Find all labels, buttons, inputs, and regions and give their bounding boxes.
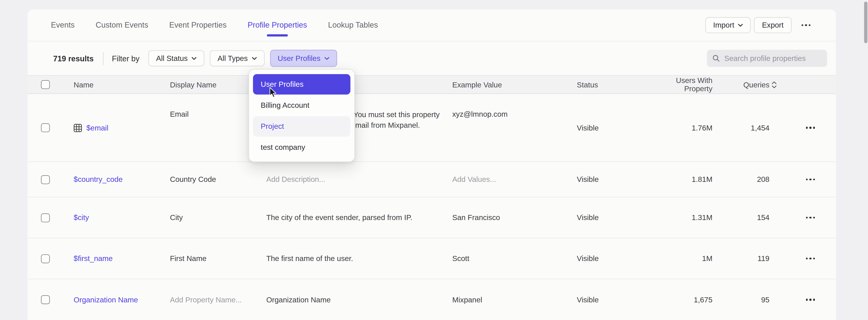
dropdown-item-billing-account[interactable]: Billing Account	[253, 95, 350, 115]
users-with-property-cell: 1.76M	[692, 123, 713, 132]
divider	[103, 52, 104, 65]
tab-custom-events[interactable]: Custom Events	[96, 10, 148, 40]
profile-type-filter-label: User Profiles	[278, 54, 320, 62]
example-value-cell[interactable]: Mixpanel	[452, 295, 577, 304]
search-box[interactable]	[707, 50, 827, 67]
stage: Events Custom Events Event Properties Pr…	[0, 0, 868, 320]
sort-up-down-icon	[772, 81, 777, 88]
export-button[interactable]: Export	[754, 17, 791, 33]
vertical-scrollbar-thumb[interactable]	[864, 2, 868, 43]
tab-event-properties[interactable]: Event Properties	[169, 10, 227, 40]
status-cell[interactable]: Visible	[577, 254, 646, 263]
chevron-down-icon	[192, 57, 196, 60]
dropdown-item-user-profiles[interactable]: User Profiles	[253, 74, 350, 95]
queries-cell: 95	[761, 295, 777, 304]
queries-cell: 154	[757, 213, 777, 222]
search-icon	[713, 54, 720, 62]
select-all-checkbox[interactable]	[41, 80, 50, 89]
mouse-cursor-icon	[269, 87, 277, 99]
row-checkbox[interactable]	[41, 123, 50, 132]
row-actions-button[interactable]	[806, 178, 836, 180]
dropdown-item-test-company[interactable]: test company	[253, 137, 350, 157]
queries-cell: 1,454	[751, 123, 777, 132]
tab-profile-properties[interactable]: Profile Properties	[247, 10, 307, 40]
search-input[interactable]	[724, 54, 822, 62]
status-cell[interactable]: Visible	[577, 123, 646, 132]
ellipsis-icon	[806, 127, 808, 129]
ellipsis-icon	[806, 178, 808, 180]
table-row: $city City The city of the event sender,…	[28, 197, 836, 238]
status-filter-button[interactable]: All Status	[148, 50, 204, 66]
tabs: Events Custom Events Event Properties Pr…	[51, 10, 378, 40]
table-row: $country_code Country Code Add Descripti…	[28, 162, 836, 198]
property-name-link[interactable]: $email	[87, 123, 108, 132]
table-row: Organization Name Add Property Name... O…	[28, 279, 836, 320]
display-name-cell[interactable]: Country Code	[170, 175, 266, 184]
table-row: $first_name First Name The first name of…	[28, 238, 836, 279]
tab-events[interactable]: Events	[51, 10, 75, 40]
row-checkbox[interactable]	[41, 175, 50, 184]
row-checkbox[interactable]	[41, 213, 50, 222]
description-cell[interactable]: The city of the event sender, parsed fro…	[266, 213, 452, 222]
chevron-down-icon	[251, 57, 256, 60]
status-cell[interactable]: Visible	[577, 175, 646, 184]
overflow-menu-button[interactable]	[797, 17, 815, 33]
profile-type-filter-button[interactable]: User Profiles	[270, 50, 337, 67]
example-value-cell[interactable]: Add Values...	[452, 175, 577, 184]
header-status[interactable]: Status	[577, 80, 646, 89]
import-button[interactable]: Import	[705, 17, 751, 33]
description-cell[interactable]: The first name of the user.	[266, 254, 452, 263]
type-filter-label: All Types	[218, 54, 248, 62]
row-actions-button[interactable]	[806, 217, 836, 219]
tab-lookup-tables[interactable]: Lookup Tables	[328, 10, 378, 40]
status-cell[interactable]: Visible	[577, 295, 646, 304]
users-with-property-cell: 1M	[702, 254, 713, 263]
header-name[interactable]: Name	[74, 80, 170, 89]
ellipsis-icon	[806, 217, 808, 219]
header-queries[interactable]: Queries	[743, 80, 777, 89]
users-with-property-cell: 1.31M	[692, 213, 713, 222]
type-filter-button[interactable]: All Types	[210, 50, 265, 66]
example-value-cell[interactable]: xyz@lmnop.com	[452, 94, 577, 118]
header-users-with-property[interactable]: Users With Property	[647, 76, 713, 93]
viewport: Events Custom Events Event Properties Pr…	[0, 0, 868, 320]
top-tab-bar: Events Custom Events Event Properties Pr…	[28, 9, 836, 41]
filter-bar: 719 results Filter by All Status All Typ…	[28, 41, 836, 75]
display-name-cell[interactable]: First Name	[170, 254, 266, 263]
status-filter-label: All Status	[156, 54, 188, 62]
row-checkbox[interactable]	[41, 295, 50, 304]
queries-cell: 208	[757, 175, 777, 184]
lookup-table-grid-icon	[74, 123, 82, 132]
description-cell[interactable]: Add Description...	[266, 175, 452, 184]
table-row: $email Email The user's email address. Y…	[28, 94, 836, 162]
example-value-cell[interactable]: Scott	[452, 254, 577, 263]
row-actions-button[interactable]	[806, 258, 836, 259]
property-name-link[interactable]: $first_name	[74, 254, 113, 263]
ellipsis-icon	[801, 24, 803, 26]
property-name-link[interactable]: $city	[74, 213, 89, 222]
header-queries-label: Queries	[743, 80, 769, 89]
topbar-actions: Import Export	[705, 17, 815, 33]
export-button-label: Export	[762, 21, 784, 29]
table-header-row: Name Display Name Description Example Va…	[28, 75, 836, 94]
row-checkbox[interactable]	[41, 254, 50, 263]
dropdown-item-project[interactable]: Project	[253, 116, 350, 136]
property-name-link[interactable]: $country_code	[74, 175, 123, 184]
profile-type-dropdown-menu: User Profiles Billing Account Project te…	[249, 69, 355, 162]
example-value-cell[interactable]: San Francisco	[452, 213, 577, 222]
users-with-property-cell: 1.81M	[692, 175, 713, 184]
status-cell[interactable]: Visible	[577, 213, 646, 222]
property-name-link[interactable]: Organization Name	[74, 295, 138, 304]
lexicon-panel: Events Custom Events Event Properties Pr…	[28, 9, 836, 320]
display-name-cell[interactable]: Add Property Name...	[170, 295, 266, 304]
ellipsis-icon	[806, 258, 808, 259]
header-example-value[interactable]: Example Value	[452, 80, 577, 89]
row-actions-button[interactable]	[806, 299, 836, 301]
chevron-down-icon	[738, 24, 743, 27]
row-actions-button[interactable]	[806, 127, 836, 129]
property-name-cell: $email	[74, 123, 170, 132]
description-cell[interactable]: Organization Name	[266, 295, 452, 304]
display-name-cell[interactable]: City	[170, 213, 266, 222]
ellipsis-icon	[806, 299, 808, 301]
results-count: 719 results	[53, 54, 94, 63]
